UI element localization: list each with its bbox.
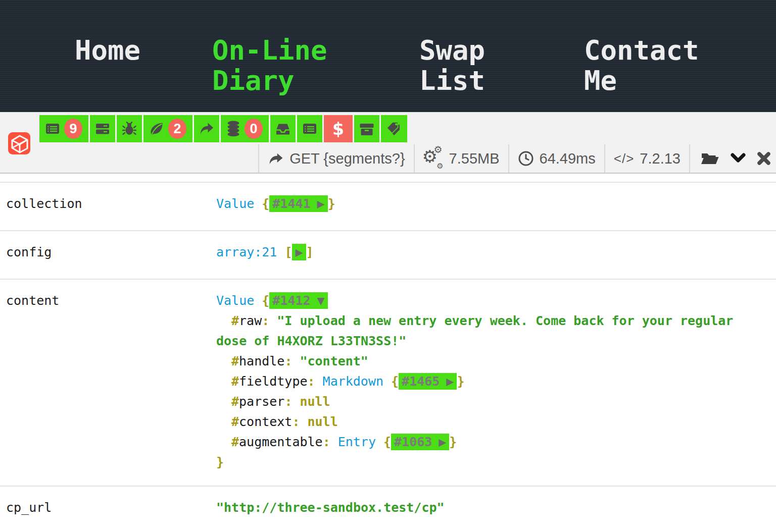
- queries-badge: 0: [245, 119, 263, 139]
- dump-value: array:21[▶]: [216, 242, 758, 262]
- tab-cache[interactable]: [381, 115, 407, 142]
- prop-value-string: "I upload a new entry every week. Come b…: [216, 313, 733, 348]
- request-segment[interactable]: GET {segments?}: [258, 144, 413, 173]
- close-button[interactable]: [757, 151, 771, 166]
- object-ref-toggle[interactable]: #1465▶: [399, 373, 457, 390]
- messages-badge: 9: [64, 119, 82, 139]
- dump-prop-fieldtype: #fieldtype:Markdown{#1465▶}: [216, 371, 758, 392]
- share-icon: [200, 122, 214, 136]
- tab-route[interactable]: [194, 115, 219, 142]
- memory-segment: ⚙⚙⚙ 7.55MB: [414, 144, 508, 173]
- class-name: Markdown: [323, 374, 383, 389]
- minimize-chevron-button[interactable]: [731, 153, 746, 164]
- tab-mails[interactable]: [270, 115, 296, 142]
- expand-arrow-icon: ▶: [446, 374, 454, 389]
- expand-arrow-icon: ▶: [317, 196, 325, 211]
- dollar-icon: $: [329, 119, 347, 139]
- dump-prop-parser: #parser:null: [216, 392, 758, 412]
- dump-object-header: Value{#1412▼: [216, 291, 758, 311]
- dump-prop-handle: #handle:"content": [216, 351, 758, 371]
- dump-prop-augmentable: #augmentable:Entry{#1063▶}: [216, 432, 758, 452]
- dump-key: cp_url: [0, 498, 216, 518]
- prop-value-null: null: [300, 394, 330, 409]
- array-ref-toggle[interactable]: ▶: [292, 244, 306, 260]
- tab-exceptions[interactable]: [117, 115, 142, 142]
- database-icon: [227, 121, 240, 137]
- php-version-segment: </> 7.2.13: [604, 144, 689, 173]
- prop-name: handle: [239, 354, 284, 368]
- dump-object-close: }: [216, 452, 758, 472]
- php-version-label: 7.2.13: [640, 150, 681, 167]
- debugbar: 9 2 0 $: [0, 112, 776, 174]
- memory-usage-label: 7.55MB: [449, 150, 500, 167]
- tab-session[interactable]: [297, 115, 322, 142]
- prop-name: fieldtype: [239, 374, 307, 389]
- debugbar-meta: GET {segments?} ⚙⚙⚙ 7.55MB 64.49ms </> 7…: [0, 144, 776, 173]
- laravel-logo-icon: [8, 132, 30, 154]
- nav-link-swap-list[interactable]: Swap List: [419, 35, 503, 96]
- nav-link-online-diary[interactable]: On-Line Diary: [212, 35, 336, 96]
- dump-row-content: content Value{#1412▼ #raw:"I upload a ne…: [0, 279, 776, 486]
- views-badge: 2: [168, 119, 186, 139]
- tab-gate[interactable]: [354, 115, 379, 142]
- dump-row-cp-url: cp_url "http://three-sandbox.test/cp": [0, 486, 776, 532]
- array-note: array:21: [216, 245, 277, 259]
- code-icon: </>: [614, 151, 635, 167]
- tab-queries[interactable]: 0: [221, 115, 269, 142]
- list-icon: [303, 122, 317, 136]
- dump-prop-context: #context:null: [216, 412, 758, 432]
- tab-messages[interactable]: 9: [39, 115, 88, 142]
- expand-arrow-icon: ▶: [439, 435, 446, 449]
- request-route-label: GET {segments?}: [289, 150, 405, 167]
- bug-icon: [122, 122, 136, 136]
- request-data-panel: collection Value{#1441▶} config array:21…: [0, 174, 776, 531]
- dump-key: collection: [0, 194, 216, 214]
- object-ref-toggle[interactable]: #1063▶: [391, 434, 449, 450]
- prop-value-string: "http://three-sandbox.test/cp": [216, 500, 445, 515]
- prop-value-string: "content": [300, 354, 368, 368]
- open-folder-button[interactable]: [700, 150, 719, 167]
- tab-request-data[interactable]: $: [324, 115, 353, 142]
- leaf-icon: [150, 122, 164, 136]
- collapse-arrow-icon: ▼: [317, 293, 325, 308]
- dump-row-config: config array:21[▶]: [0, 230, 776, 279]
- nav-link-contact-me[interactable]: Contact Me: [584, 35, 708, 96]
- list-icon: [45, 122, 60, 136]
- class-name: Value: [216, 293, 254, 308]
- prop-name: raw: [239, 313, 262, 328]
- object-ref-toggle[interactable]: #1441▶: [269, 195, 327, 212]
- dump-row-collection: collection Value{#1441▶}: [0, 182, 776, 230]
- dump-prop-raw: #raw:"I upload a new entry every week. C…: [216, 311, 758, 351]
- dump-value: Value{#1441▶}: [216, 194, 758, 214]
- tab-views[interactable]: 2: [143, 115, 192, 142]
- tags-icon: [386, 122, 402, 136]
- archive-icon: [360, 122, 374, 136]
- class-name: Entry: [338, 435, 376, 449]
- server-icon: [95, 122, 110, 136]
- dump-value: "http://three-sandbox.test/cp": [216, 498, 758, 518]
- dump-key: content: [0, 291, 216, 472]
- prop-value-null: null: [307, 414, 337, 429]
- object-ref-toggle[interactable]: #1412▼: [269, 292, 327, 309]
- debugbar-controls: [689, 144, 776, 173]
- gears-icon: ⚙⚙⚙: [423, 148, 444, 169]
- dump-key: config: [0, 242, 216, 262]
- expand-arrow-icon: ▶: [295, 245, 303, 259]
- prop-name: augmentable: [239, 435, 323, 449]
- class-name: Value: [216, 196, 254, 211]
- clock-icon: [518, 150, 534, 167]
- prop-name: parser: [239, 394, 284, 409]
- site-nav: Home On-Line Diary Swap List Contact Me: [0, 0, 776, 112]
- nav-link-home[interactable]: Home: [75, 35, 186, 66]
- inbox-icon: [276, 122, 290, 136]
- time-segment: 64.49ms: [508, 144, 604, 173]
- prop-name: context: [239, 414, 292, 429]
- request-time-label: 64.49ms: [540, 150, 596, 167]
- debugbar-tabs: 9 2 0 $: [39, 115, 776, 142]
- tab-timeline[interactable]: [90, 115, 115, 142]
- forward-arrow-icon: [268, 151, 284, 166]
